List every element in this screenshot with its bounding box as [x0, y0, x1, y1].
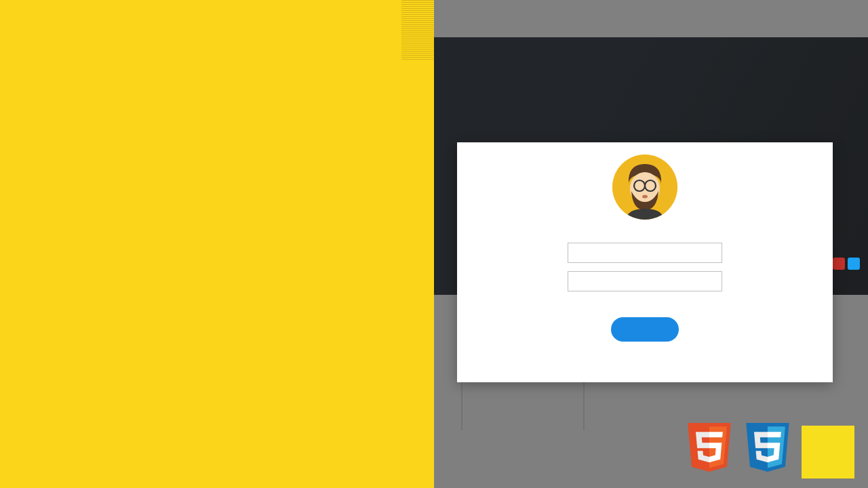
submit-button[interactable] — [611, 317, 679, 342]
email-input[interactable] — [568, 271, 722, 291]
modal-form — [568, 243, 722, 342]
html5-icon — [685, 423, 734, 479]
left-code-panel — [0, 0, 434, 488]
badge-icon — [833, 258, 845, 270]
minimap — [401, 0, 434, 61]
css3-icon — [743, 423, 792, 479]
modal-popup — [457, 142, 833, 382]
tech-badges — [685, 423, 854, 479]
avatar-illustration — [612, 155, 677, 220]
right-browser-panel — [434, 0, 868, 488]
badge-icon — [848, 258, 860, 270]
avatar — [612, 155, 677, 220]
svg-point-6 — [642, 195, 648, 199]
name-input[interactable] — [568, 243, 722, 263]
code-editor — [0, 0, 434, 1]
js-icon — [802, 426, 854, 479]
